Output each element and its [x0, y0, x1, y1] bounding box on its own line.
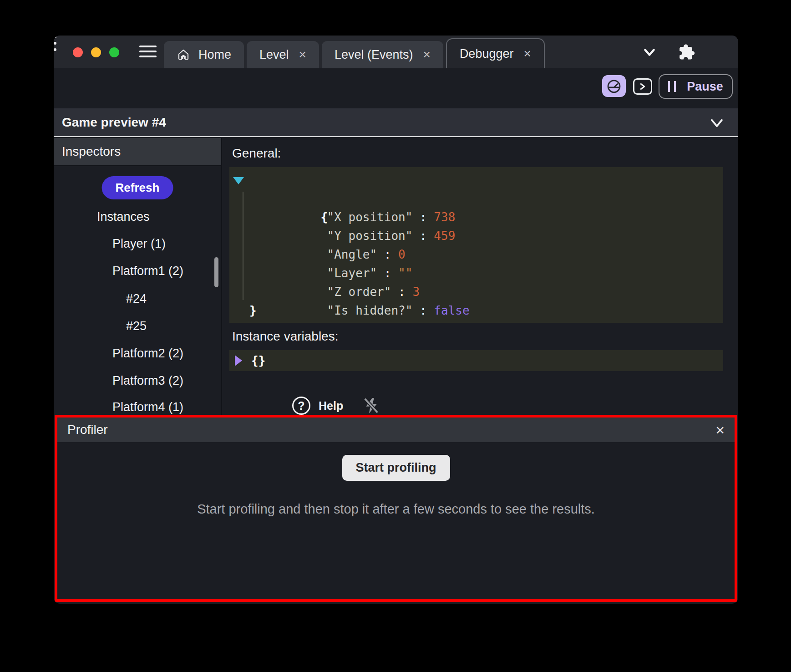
profiler-body: Start profiling Start profiling and then…: [57, 442, 735, 517]
home-icon: [177, 48, 190, 61]
tree-item-platform4[interactable]: Platform4 (1): [112, 396, 183, 415]
app-window: Home Level × Level (Events) × Debugger ×: [54, 36, 738, 604]
general-label: General:: [232, 146, 738, 161]
pause-button[interactable]: Pause: [659, 74, 733, 99]
tree-item-platform3[interactable]: Platform3 (2): [112, 369, 183, 392]
tab-level[interactable]: Level ×: [247, 41, 319, 68]
puzzle-extension-icon[interactable]: [675, 42, 695, 62]
json-close-brace: }: [229, 301, 723, 320]
profiler-hint: Start profiling and then stop it after a…: [57, 502, 735, 517]
tab-home[interactable]: Home: [164, 41, 244, 68]
tree-item-player[interactable]: Player (1): [112, 232, 166, 255]
profiler-title: Profiler: [67, 423, 108, 437]
game-preview-accordion[interactable]: Game preview #4: [54, 108, 738, 137]
debugger-toolbar: Pause: [54, 68, 738, 108]
refresh-button[interactable]: Refresh: [102, 176, 173, 199]
help-row: ? Help: [292, 397, 738, 415]
tree-item-25[interactable]: #25: [126, 315, 147, 337]
start-profiling-button[interactable]: Start profiling: [342, 455, 450, 481]
tree-item-platform1[interactable]: Platform1 (2): [112, 260, 183, 282]
tree-item-platform2[interactable]: Platform2 (2): [112, 342, 183, 365]
inspector-content: General: { "X position" : 738 "Y positio…: [223, 138, 738, 415]
debugger-main: Inspectors Refresh Instances Player (1) …: [54, 138, 738, 415]
tab-level-events[interactable]: Level (Events) ×: [322, 41, 443, 68]
inspectors-tree: Refresh Instances Player (1) Platform1 (…: [54, 167, 221, 415]
pause-label: Pause: [687, 80, 723, 94]
tab-bar: Home Level × Level (Events) × Debugger ×: [164, 38, 548, 68]
tab-label: Debugger: [460, 47, 514, 61]
console-button[interactable]: [633, 78, 652, 95]
game-preview-title: Game preview #4: [62, 115, 166, 130]
tab-debugger[interactable]: Debugger ×: [446, 38, 545, 68]
inspectors-title: Inspectors: [62, 144, 121, 159]
traffic-lights: [73, 47, 119, 57]
profiler-panel: Profiler × Start profiling Start profili…: [55, 415, 737, 602]
inspectors-header: Inspectors: [54, 138, 221, 166]
help-icon[interactable]: ?: [292, 397, 310, 415]
close-window-button[interactable]: [73, 47, 83, 57]
collapse-triangle-icon[interactable]: [233, 177, 244, 184]
tab-label: Level: [259, 48, 289, 62]
help-label[interactable]: Help: [319, 399, 343, 412]
close-icon[interactable]: ×: [523, 46, 531, 61]
pause-icon: [668, 81, 676, 92]
json-open-brace: {: [229, 171, 723, 189]
chevron-down-icon[interactable]: [641, 44, 658, 61]
speedometer-icon: [606, 78, 622, 94]
profiler-toggle-button[interactable]: [602, 75, 626, 97]
minimize-window-button[interactable]: [91, 47, 101, 57]
empty-object: {}: [251, 354, 265, 367]
tab-label: Level (Events): [335, 48, 413, 62]
title-bar: Home Level × Level (Events) × Debugger ×: [54, 36, 738, 68]
general-json-viewer: { "X position" : 738 "Y position" : 459 …: [229, 167, 723, 323]
chevron-right-icon: [638, 81, 648, 92]
json-value: 738: [434, 210, 455, 224]
sidebar-scrollbar-thumb[interactable]: [214, 257, 218, 287]
close-icon[interactable]: ×: [299, 47, 306, 62]
close-icon[interactable]: ×: [423, 47, 431, 62]
tree-item-instances[interactable]: Instances: [97, 205, 150, 228]
maximize-window-button[interactable]: [109, 47, 119, 57]
json-indent-guide: [243, 192, 243, 300]
flash-off-icon[interactable]: [362, 397, 380, 415]
json-value: "": [398, 266, 412, 280]
chevron-down-icon[interactable]: [709, 117, 725, 129]
tree-item-24[interactable]: #24: [126, 287, 147, 310]
variables-json-viewer: {}: [229, 350, 723, 371]
close-icon[interactable]: ×: [715, 422, 725, 438]
hamburger-menu-icon[interactable]: [139, 46, 157, 61]
json-value: 3: [412, 285, 420, 299]
inspectors-sidebar: Inspectors Refresh Instances Player (1) …: [54, 138, 222, 415]
json-value: 0: [398, 248, 406, 261]
expand-triangle-icon[interactable]: [235, 355, 242, 366]
profiler-header: Profiler ×: [57, 417, 735, 442]
tab-label: Home: [198, 48, 231, 62]
json-value: 459: [434, 229, 455, 243]
